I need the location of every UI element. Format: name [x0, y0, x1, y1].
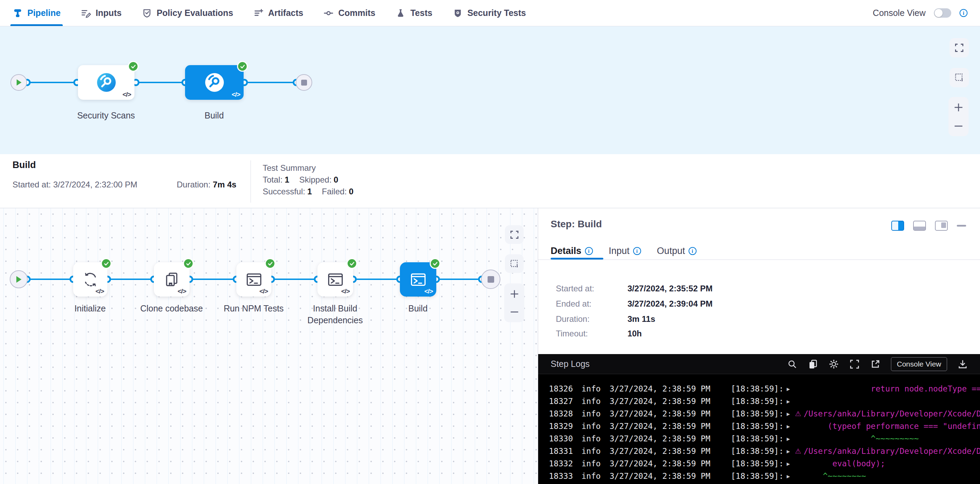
- tab-label: Policy Evaluations: [157, 8, 233, 18]
- download-icon[interactable]: [958, 359, 968, 369]
- minimize-panel-icon[interactable]: [957, 225, 966, 227]
- tab-pipeline[interactable]: Pipeline: [13, 0, 60, 26]
- failed-label: Failed:: [322, 187, 347, 196]
- plus-icon: [953, 102, 964, 113]
- detail-label: Ended at:: [556, 299, 625, 309]
- terminal-icon: [245, 271, 263, 289]
- console-view-label: Console View: [873, 8, 926, 18]
- log-line: 18332info3/27/2024, 2:38:59 PM[18:38:59]…: [549, 457, 980, 470]
- step-node-install-build-dependencies[interactable]: </>: [317, 262, 353, 297]
- expand-arrow-icon[interactable]: ▸: [787, 472, 792, 480]
- log-line: 18329info3/27/2024, 2:38:59 PM[18:38:59]…: [549, 420, 980, 432]
- zoom-in-button[interactable]: [948, 100, 969, 115]
- open-in-new-icon[interactable]: [870, 359, 881, 369]
- tab-security-tests[interactable]: Security Tests: [453, 0, 526, 26]
- expand-arrow-icon[interactable]: ▸: [787, 435, 792, 443]
- log-time: [18:38:59]:: [731, 471, 784, 481]
- step-node-clone-codebase[interactable]: </>: [154, 262, 189, 297]
- step-label: Build: [408, 303, 428, 314]
- top-nav: Pipeline Inputs Policy Evaluations Artif…: [0, 0, 980, 26]
- step-node-initialize[interactable]: </>: [73, 262, 107, 297]
- detail-label: Timeout:: [556, 329, 625, 338]
- settings-icon[interactable]: [829, 359, 839, 369]
- tab-label: Inputs: [95, 8, 122, 18]
- console-view-button[interactable]: Console View: [891, 357, 947, 371]
- output-info-icon[interactable]: [689, 247, 697, 255]
- duration-label: Duration:: [177, 180, 210, 189]
- steps-end-node: [481, 270, 500, 289]
- step-edge: [271, 279, 317, 280]
- log-line-number: 18328: [549, 409, 573, 418]
- step-panel-tabs: Details Input Output: [550, 246, 697, 256]
- tab-details[interactable]: Details: [550, 246, 593, 256]
- log-date: 3/27/2024, 2:38:59 PM: [609, 447, 715, 455]
- search-icon[interactable]: [787, 359, 797, 369]
- step-panel-title: Step: Build: [550, 219, 602, 230]
- log-line-number: 18333: [549, 471, 573, 481]
- log-message: /Users/anka/Library/Developer/Xcode/De: [803, 447, 980, 455]
- expand-arrow-icon[interactable]: ▸: [787, 410, 792, 417]
- zoom-in-button[interactable]: [504, 286, 524, 302]
- step-node-build[interactable]: </>: [400, 262, 436, 297]
- step-logs: Step Logs Console View 18326info3/27/202…: [538, 354, 980, 484]
- tab-label: Tests: [410, 8, 432, 18]
- stage-canvas-zoom-controls: [948, 97, 969, 136]
- expand-arrow-icon[interactable]: ▸: [787, 385, 792, 392]
- log-line: 18333info3/27/2024, 2:38:59 PM[18:38:59]…: [549, 470, 980, 482]
- minus-icon: [509, 307, 519, 317]
- detail-value: 10h: [628, 329, 642, 338]
- tab-policy-evaluations[interactable]: Policy Evaluations: [142, 0, 233, 26]
- zoom-out-button[interactable]: [948, 119, 969, 134]
- tab-tests[interactable]: Tests: [395, 0, 432, 26]
- step-node-run-npm-tests[interactable]: </>: [236, 262, 271, 297]
- fullscreen-icon[interactable]: [850, 359, 860, 369]
- success-badge: [101, 258, 111, 269]
- plus-icon: [509, 289, 519, 299]
- step-canvas-selection-button[interactable]: [505, 254, 523, 273]
- tab-inputs[interactable]: Inputs: [81, 0, 122, 26]
- detail-label: Started at:: [556, 284, 625, 294]
- code-icon: </>: [178, 287, 186, 295]
- stage-canvas-selection-button[interactable]: [950, 68, 969, 87]
- tab-label: Artifacts: [268, 8, 303, 18]
- tab-input[interactable]: Input: [609, 246, 641, 256]
- copy-icon[interactable]: [808, 359, 818, 369]
- stage-node-build[interactable]: </>: [185, 65, 243, 100]
- step-edge: [436, 279, 482, 280]
- detail-row: Started at: 3/27/2024, 2:35:52 PM: [556, 284, 713, 294]
- stage-edge: [136, 82, 185, 83]
- stage-duration: Duration: 7m 4s: [177, 180, 236, 189]
- details-info-icon[interactable]: [585, 247, 593, 255]
- layout-right-split-icon[interactable]: [891, 221, 904, 231]
- expand-arrow-icon[interactable]: ▸: [787, 460, 792, 467]
- stage-canvas-fullscreen-button[interactable]: [950, 38, 969, 57]
- success-badge: [347, 258, 357, 269]
- log-line: 18331info3/27/2024, 2:38:59 PM[18:38:59]…: [549, 445, 980, 457]
- stage-node-security-scans[interactable]: </>: [78, 65, 134, 100]
- pipeline-start-node: [10, 74, 27, 91]
- expand-arrow-icon[interactable]: ▸: [787, 447, 792, 455]
- stage-summary-bar: Build Started at: 3/27/2024, 2:32:00 PM …: [0, 154, 980, 208]
- layout-bottom-split-icon[interactable]: [913, 221, 926, 231]
- tab-artifacts[interactable]: Artifacts: [253, 0, 303, 26]
- toggle-knob: [935, 9, 943, 17]
- test-summary-line-1: Total:1 Skipped:0: [262, 175, 338, 185]
- step-graph-canvas: </> Initialize </> Clone codebase </> Ru…: [0, 208, 538, 484]
- log-date: 3/27/2024, 2:38:59 PM: [609, 384, 715, 393]
- tab-output[interactable]: Output: [657, 246, 697, 256]
- log-message: eval(body);: [803, 459, 980, 468]
- policy-evaluations-icon: [142, 8, 152, 18]
- log-date: 3/27/2024, 2:38:59 PM: [609, 397, 715, 406]
- step-edge: [353, 279, 400, 280]
- expand-arrow-icon[interactable]: ▸: [787, 397, 792, 405]
- step-canvas-fullscreen-button[interactable]: [505, 225, 523, 244]
- console-view-toggle[interactable]: [934, 8, 951, 17]
- stop-icon: [488, 276, 494, 283]
- expand-arrow-icon[interactable]: ▸: [787, 422, 792, 430]
- layout-overlay-icon[interactable]: [935, 221, 948, 231]
- zoom-out-button[interactable]: [504, 304, 524, 319]
- console-view-info-icon[interactable]: [959, 9, 967, 17]
- input-info-icon[interactable]: [633, 247, 641, 255]
- tab-commits[interactable]: Commits: [323, 0, 375, 26]
- log-message: ^~~~~~~~~~: [803, 434, 980, 443]
